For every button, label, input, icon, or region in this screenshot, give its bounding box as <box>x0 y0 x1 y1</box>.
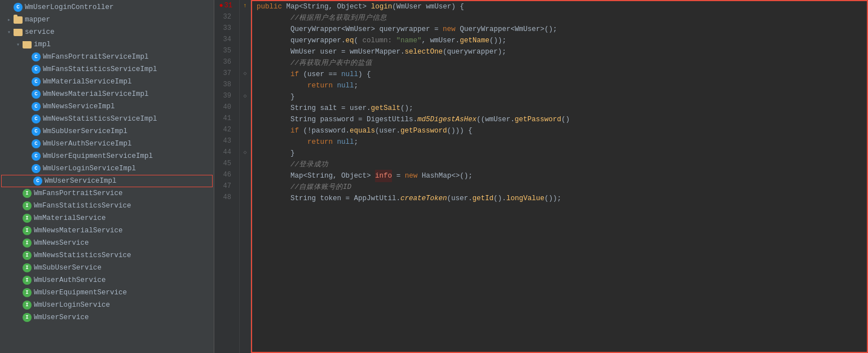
tree-item-WmFansPortraitService[interactable]: I WmFansPortraitService <box>0 187 214 200</box>
code-line-32: //根据用户名获取到用户信息 <box>257 12 867 24</box>
tree-item-mapper[interactable]: mapper <box>0 14 214 26</box>
tree-label: WmMaterialService <box>34 214 106 222</box>
folder-icon <box>14 16 23 24</box>
line-number-43: 43 <box>214 135 235 147</box>
code-line-39: } <box>257 91 867 103</box>
gutter-48 <box>240 192 250 203</box>
interface-icon: I <box>23 276 32 285</box>
gutter-panel: ↑ ◇ ◇ ◇ <box>240 0 251 353</box>
tree-label: WmNewsMaterialServiceImpl <box>43 90 149 98</box>
tree-item-WmUserLoginServiceImpl[interactable]: C WmUserLoginServiceImpl <box>0 162 214 175</box>
tree-item-WmFansPortraitServiceImpl[interactable]: C WmFansPortraitServiceImpl <box>0 51 214 63</box>
tree-item-WmMaterialServiceImpl[interactable]: C WmMaterialServiceImpl <box>0 76 214 88</box>
tree-item-WmUserAuthService[interactable]: I WmUserAuthService <box>0 274 214 286</box>
class-icon: C <box>32 152 41 161</box>
tree-item-WmUserAuthServiceImpl[interactable]: C WmUserAuthServiceImpl <box>0 138 214 150</box>
folder-icon <box>23 41 32 48</box>
tree-item-WmNewsMaterialService[interactable]: I WmNewsMaterialService <box>0 224 214 237</box>
tree-item-impl[interactable]: impl <box>0 38 214 51</box>
tree-label: WmNewsService <box>34 239 89 247</box>
tree-label: WmFansStatisticsService <box>34 202 131 210</box>
tree-item-WmUserLoginController[interactable]: C WmUserLoginController <box>0 1 214 14</box>
gutter-36 <box>240 56 250 68</box>
code-line-40: String salt = user.getSalt(); <box>257 103 867 114</box>
interface-icon: I <box>23 201 32 210</box>
interface-icon: I <box>23 251 32 260</box>
class-icon: C <box>33 177 42 186</box>
class-icon: C <box>32 114 41 123</box>
tree-item-WmFansStatisticsService[interactable]: I WmFansStatisticsService <box>0 200 214 212</box>
tree-item-WmSubUserServiceImpl[interactable]: C WmSubUserServiceImpl <box>0 125 214 138</box>
line-number-48: 48 <box>214 192 235 203</box>
line-number-31: ●31 <box>214 0 235 11</box>
tree-item-WmUserLoginService[interactable]: I WmUserLoginService <box>0 299 214 311</box>
gutter-35 <box>240 45 250 56</box>
class-icon: C <box>32 52 41 61</box>
code-line-45: //登录成功 <box>257 159 867 170</box>
gutter-45 <box>240 158 250 169</box>
tree-item-WmSubUserService[interactable]: I WmSubUserService <box>0 262 214 274</box>
class-icon: C <box>32 77 41 86</box>
tree-item-WmUserEquipmentService[interactable]: I WmUserEquipmentService <box>0 286 214 299</box>
tree-label: WmSubUserService <box>34 264 102 272</box>
gutter-38 <box>240 79 250 90</box>
tree-item-WmNewsServiceImpl[interactable]: C WmNewsServiceImpl <box>0 100 214 113</box>
code-content[interactable]: public Map<String, Object> login(WmUser … <box>251 0 868 353</box>
tree-label: service <box>25 28 55 36</box>
line-number-41: 41 <box>214 113 235 124</box>
tree-label: WmUserLoginServiceImpl <box>43 165 136 173</box>
interface-icon: I <box>23 226 32 235</box>
folder-icon <box>14 29 23 36</box>
tree-label: impl <box>34 41 51 48</box>
class-icon: C <box>14 3 23 12</box>
interface-icon: I <box>23 313 32 322</box>
line-number-33: 33 <box>214 23 235 34</box>
line-number-47: 47 <box>214 180 235 192</box>
tree-label: WmUserEquipmentServiceImpl <box>43 152 153 160</box>
line-numbers-panel: ●31 32 33 34 35 36 37 38 39 40 41 42 43 … <box>214 0 240 353</box>
line-number-44: 44 <box>214 147 235 158</box>
tree-label: WmUserLoginController <box>25 3 114 11</box>
tree-item-WmUserService[interactable]: I WmUserService <box>0 311 214 324</box>
code-editor: ●31 32 33 34 35 36 37 38 39 40 41 42 43 … <box>214 0 868 353</box>
tree-label: WmNewsStatisticsServiceImpl <box>43 115 157 123</box>
tree-label: mapper <box>25 16 50 24</box>
code-line-44: } <box>257 148 867 159</box>
gutter-46 <box>240 169 250 180</box>
gutter-31: ↑ <box>240 0 250 11</box>
tree-item-WmMaterialService[interactable]: I WmMaterialService <box>0 212 214 224</box>
tree-item-WmUserEquipmentServiceImpl[interactable]: C WmUserEquipmentServiceImpl <box>0 150 214 162</box>
tree-item-WmNewsStatisticsServiceImpl[interactable]: C WmNewsStatisticsServiceImpl <box>0 113 214 125</box>
code-line-48: String token = AppJwtUtil.createToken(us… <box>257 193 867 204</box>
line-number-46: 46 <box>214 169 235 180</box>
tree-item-WmNewsMaterialServiceImpl[interactable]: C WmNewsMaterialServiceImpl <box>0 88 214 100</box>
tree-item-WmNewsService[interactable]: I WmNewsService <box>0 237 214 249</box>
line-number-34: 34 <box>214 34 235 45</box>
tree-label: WmUserServiceImpl <box>45 177 117 185</box>
tree-label: WmSubUserServiceImpl <box>43 127 127 135</box>
tree-item-service[interactable]: service <box>0 26 214 38</box>
gutter-47 <box>240 180 250 192</box>
tree-label: WmUserAuthService <box>34 276 106 284</box>
folder-arrow <box>5 16 14 23</box>
code-line-37: if (user == null) { <box>257 69 867 80</box>
interface-icon: I <box>23 214 32 223</box>
tree-item-WmUserServiceImpl[interactable]: C WmUserServiceImpl <box>1 175 213 187</box>
tree-item-WmNewsStatisticsService[interactable]: I WmNewsStatisticsService <box>0 249 214 262</box>
gutter-40 <box>240 102 250 113</box>
line-number-42: 42 <box>214 124 235 135</box>
file-tree[interactable]: C WmUserLoginController mapper service i… <box>0 0 214 353</box>
gutter-44: ◇ <box>240 147 250 158</box>
gutter-33 <box>240 23 250 34</box>
class-icon: C <box>32 164 41 173</box>
tree-label: WmUserAuthServiceImpl <box>43 140 132 148</box>
gutter-42 <box>240 124 250 135</box>
code-line-42: if (!password.equals(user.getPassword())… <box>257 125 867 136</box>
tree-label: WmMaterialServiceImpl <box>43 78 132 86</box>
tree-label: WmUserEquipmentService <box>34 289 127 297</box>
code-line-46: Map<String, Object> info = new HashMap<>… <box>257 170 867 182</box>
class-icon: C <box>32 127 41 136</box>
gutter-34 <box>240 34 250 45</box>
code-line-43: return null; <box>257 136 867 148</box>
tree-item-WmFansStatisticsServiceImpl[interactable]: C WmFansStatisticsServiceImpl <box>0 63 214 76</box>
